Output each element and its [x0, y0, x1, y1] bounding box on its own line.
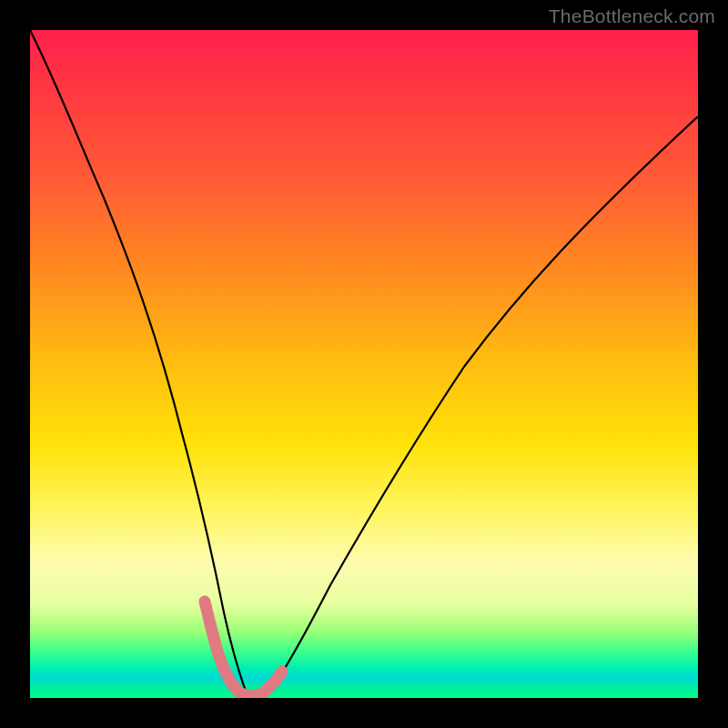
chart-frame: TheBottleneck.com — [0, 0, 728, 728]
watermark-text: TheBottleneck.com — [549, 5, 715, 27]
plot-area — [30, 30, 698, 698]
bottleneck-curve — [30, 30, 698, 697]
curve-layer — [30, 30, 698, 698]
